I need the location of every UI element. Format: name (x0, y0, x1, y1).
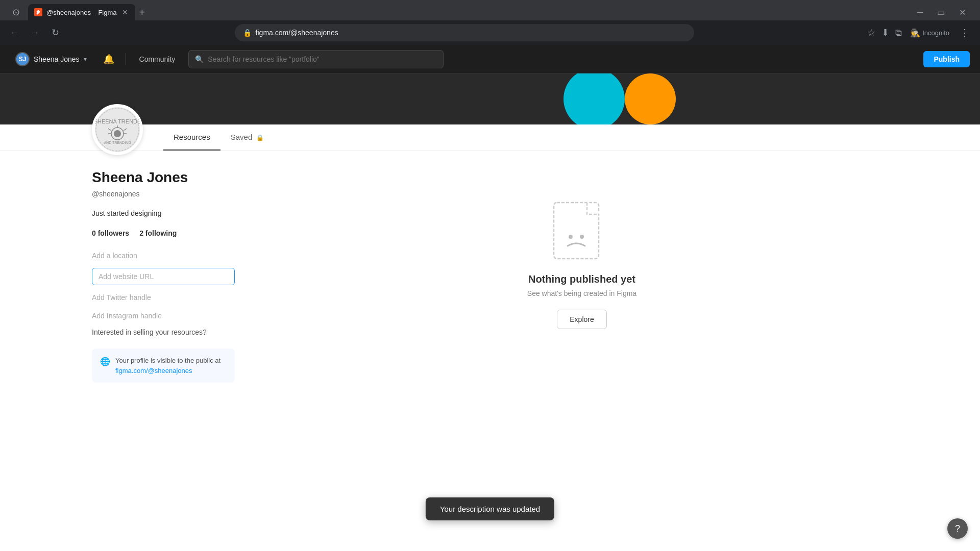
selling-link[interactable]: Interested in selling your resources? (92, 328, 235, 336)
profile-content: Nothing published yet See what's being c… (276, 169, 888, 437)
restore-button[interactable]: ▭ (931, 5, 951, 20)
cover-circle-orange (625, 73, 676, 124)
followers-stat[interactable]: 0 followers (92, 229, 129, 237)
tab-resources[interactable]: Resources (163, 124, 220, 151)
location-placeholder[interactable]: Add a location (92, 249, 235, 262)
twitter-field: Add Twitter handle (92, 291, 235, 304)
empty-title: Nothing published yet (528, 273, 635, 285)
following-label: following (145, 229, 177, 237)
public-notice-label: Your profile is visible to the public at (115, 357, 220, 364)
selling-field: Interested in selling your resources? (92, 328, 235, 336)
lock-icon: 🔒 (243, 29, 252, 37)
website-input[interactable] (92, 268, 235, 285)
profile-cover (0, 73, 980, 124)
close-window-button[interactable]: ✕ (953, 5, 972, 20)
svg-rect-11 (554, 203, 599, 259)
header-divider (126, 53, 126, 65)
profile-sidebar: Sheena Jones @sheenajones Just started d… (92, 169, 235, 437)
svg-point-13 (580, 235, 584, 239)
incognito-label: Incognito (922, 29, 949, 37)
incognito-icon: 🕵 (910, 28, 920, 38)
extensions-button[interactable]: ⧉ (893, 26, 904, 40)
public-notice: 🌐 Your profile is visible to the public … (92, 348, 235, 383)
tab-title: @sheenajones – Figma (46, 9, 117, 16)
location-field: Add a location (92, 249, 235, 262)
svg-text:SHEENA TRENDS: SHEENA TRENDS (95, 118, 140, 124)
url-text: figma.com/@sheenajones (256, 29, 686, 37)
saved-lock-icon: 🔒 (256, 134, 264, 141)
incognito-badge: 🕵 Incognito (906, 26, 953, 40)
following-count: 2 (139, 229, 143, 237)
tab-favicon (34, 8, 42, 16)
twitter-placeholder[interactable]: Add Twitter handle (92, 291, 235, 304)
profile-cover-area: SHEENA TRENDS AND TRENDING (0, 73, 980, 124)
follow-stats: 0 followers 2 following (92, 229, 235, 237)
profile-avatar: SHEENA TRENDS AND TRENDING (92, 104, 143, 155)
user-menu[interactable]: SJ Sheena Jones ▾ (10, 49, 92, 69)
following-stat[interactable]: 2 following (139, 229, 177, 237)
help-icon: ? (955, 523, 960, 534)
svg-text:AND TRENDING: AND TRENDING (104, 141, 131, 144)
globe-icon: 🌐 (100, 357, 110, 366)
search-box[interactable]: 🔍 (188, 50, 444, 68)
explore-button[interactable]: Explore (557, 310, 606, 329)
main-content: Sheena Jones @sheenajones Just started d… (0, 151, 980, 457)
profile-icon[interactable]: ⊙ (8, 5, 24, 20)
website-field (92, 268, 235, 285)
profile-url-link[interactable]: figma.com/@sheenajones (115, 367, 192, 374)
address-bar[interactable]: 🔒 figma.com/@sheenajones (235, 24, 694, 41)
empty-state-icon (551, 200, 612, 261)
chevron-down-icon: ▾ (84, 56, 87, 63)
new-tab-button[interactable]: + (135, 5, 150, 20)
forward-button[interactable]: → (27, 24, 43, 41)
user-name-label: Sheena Jones (34, 55, 80, 63)
search-area: 🔍 (188, 50, 444, 68)
followers-label: followers (98, 229, 129, 237)
publish-button[interactable]: Publish (923, 51, 970, 67)
followers-count: 0 (92, 229, 96, 237)
app-header: SJ Sheena Jones ▾ 🔔 Community 🔍 Publish (0, 45, 980, 73)
notification-button[interactable]: 🔔 (100, 51, 117, 68)
reload-button[interactable]: ↻ (47, 24, 63, 41)
public-notice-text: Your profile is visible to the public at… (115, 356, 220, 375)
profile-bio: Just started designing (92, 208, 235, 219)
community-link[interactable]: Community (134, 52, 181, 66)
tab-saved[interactable]: Saved 🔒 (220, 124, 275, 151)
avatar: SJ (15, 52, 30, 66)
saved-label: Saved (231, 133, 253, 141)
more-menu-button[interactable]: ⋮ (955, 24, 974, 41)
search-input[interactable] (208, 55, 437, 63)
empty-subtitle: See what's being created in Figma (527, 289, 636, 297)
instagram-placeholder[interactable]: Add Instagram handle (92, 310, 235, 322)
bookmark-button[interactable]: ☆ (865, 25, 877, 40)
svg-point-12 (569, 235, 573, 239)
toast-notification: Your description was updated (426, 497, 554, 520)
close-tab-button[interactable]: ✕ (121, 7, 129, 17)
profile-username: @sheenajones (92, 190, 235, 198)
toast-message: Your description was updated (440, 505, 540, 513)
cover-circle-teal (564, 73, 625, 124)
profile-avatar-wrapper: SHEENA TRENDS AND TRENDING (92, 104, 143, 155)
svg-point-0 (95, 107, 140, 152)
profile-tabs: Resources Saved 🔒 (0, 124, 980, 151)
profile-name: Sheena Jones (92, 169, 235, 186)
instagram-field: Add Instagram handle (92, 310, 235, 322)
cover-decoration (523, 73, 686, 124)
empty-state: Nothing published yet See what's being c… (276, 169, 888, 360)
svg-point-9 (114, 130, 121, 137)
help-button[interactable]: ? (947, 518, 968, 539)
download-button[interactable]: ⬇ (879, 25, 891, 40)
active-tab[interactable]: @sheenajones – Figma ✕ (28, 4, 135, 20)
minimize-button[interactable]: ─ (911, 5, 929, 20)
back-button[interactable]: ← (6, 24, 22, 41)
search-icon: 🔍 (195, 55, 204, 63)
